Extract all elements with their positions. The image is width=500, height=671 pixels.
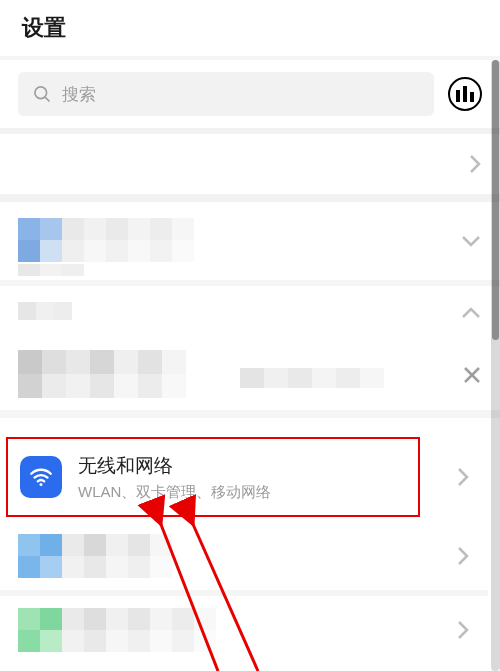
blurred-content [18, 302, 72, 320]
blurred-content [18, 608, 216, 652]
row-subtitle: WLAN、双卡管理、移动网络 [78, 483, 271, 502]
search-row: 搜索 [0, 60, 500, 128]
chevron-up-icon [460, 306, 482, 320]
svg-point-0 [35, 87, 47, 99]
blurred-content [18, 218, 194, 262]
page-title: 设置 [22, 13, 66, 43]
account-icon[interactable] [448, 77, 482, 111]
chevron-down-icon [460, 234, 482, 248]
svg-point-4 [39, 483, 42, 486]
blurred-content [18, 350, 210, 398]
settings-row[interactable] [0, 600, 488, 660]
chevron-right-icon [456, 545, 470, 567]
search-input[interactable]: 搜索 [18, 72, 434, 116]
settings-row[interactable] [0, 134, 500, 194]
search-icon [32, 84, 52, 104]
wireless-network-row[interactable]: 无线和网络 WLAN、双卡管理、移动网络 [0, 437, 488, 517]
settings-row[interactable] [0, 202, 500, 280]
chevron-right-icon [456, 466, 470, 488]
chevron-right-icon [456, 619, 470, 641]
row-text: 无线和网络 WLAN、双卡管理、移动网络 [78, 453, 271, 502]
settings-row[interactable] [0, 286, 500, 340]
row-title: 无线和网络 [78, 453, 271, 479]
blurred-content [18, 264, 84, 276]
settings-screen: 设置 搜索 [0, 0, 500, 671]
svg-line-1 [45, 97, 49, 101]
header: 设置 [0, 0, 500, 56]
sound-bars-icon [456, 86, 474, 102]
divider [0, 410, 500, 418]
blurred-content [18, 534, 172, 578]
wifi-icon [20, 456, 62, 498]
scrollbar[interactable] [491, 60, 500, 671]
settings-row[interactable] [0, 526, 488, 586]
chevron-right-icon [468, 153, 482, 175]
close-icon[interactable] [462, 365, 482, 385]
divider [0, 194, 500, 202]
divider [0, 590, 488, 596]
blurred-content [240, 368, 384, 388]
search-placeholder: 搜索 [62, 83, 96, 106]
settings-row[interactable] [0, 340, 500, 410]
